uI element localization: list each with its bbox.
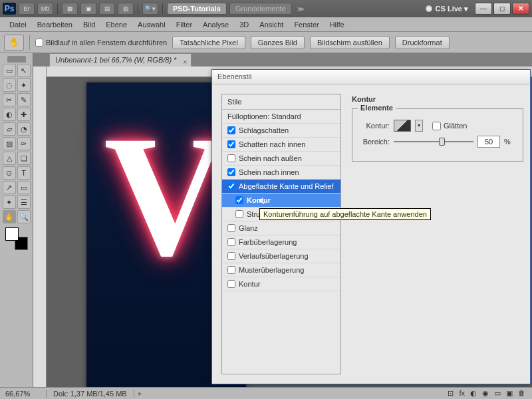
canvas-letter: V (104, 109, 229, 282)
tool-shape[interactable]: ▭ (17, 181, 31, 194)
tray-icon[interactable]: ◐ (470, 389, 477, 398)
menu-analyse[interactable]: Analyse (198, 19, 234, 31)
tool-wand[interactable]: ✦ (17, 78, 31, 92)
contour-picker[interactable] (394, 120, 411, 132)
contour-dropdown-icon[interactable]: ▾ (415, 120, 423, 132)
tray-icon[interactable]: 🗑 (518, 389, 525, 398)
cslive-label[interactable]: CS Live ▾ (436, 5, 468, 13)
tool-dodge[interactable]: ❏ (17, 152, 31, 165)
tool-eyedropper[interactable]: ✎ (17, 93, 31, 106)
fill-options-row[interactable]: Fülloptionen: Standard (222, 110, 340, 124)
tray-icon[interactable]: fx (459, 389, 465, 398)
document-size[interactable]: Dok: 1,37 MB/1,45 MB (47, 390, 134, 398)
cslive-icon[interactable] (425, 5, 433, 13)
style-inner-shadow[interactable]: Schatten nach innen (222, 138, 340, 152)
tool-move[interactable]: ↖ (17, 64, 31, 77)
style-stroke[interactable]: Kontur (222, 277, 340, 291)
menu-auswahl[interactable]: Auswahl (132, 19, 171, 31)
tool-stamp[interactable]: ▱ (3, 122, 16, 136)
tray-icon[interactable]: ▭ (494, 389, 501, 398)
menu-ebene[interactable]: Ebene (100, 19, 132, 31)
menu-fenster[interactable]: Fenster (289, 19, 324, 31)
document-tab[interactable]: Unbenannt-1 bei 66,7% (W, RGB/8) *× (49, 53, 192, 66)
menu-bild[interactable]: Bild (78, 19, 100, 31)
tool-type[interactable]: T (17, 166, 31, 180)
screen-mode-icon[interactable]: ▣ (80, 3, 96, 15)
scroll-all-windows-checkbox[interactable]: Bildlauf in allen Fenstern durchführen (35, 39, 167, 47)
styles-list: Stile Fülloptionen: Standard Schlagschat… (221, 94, 341, 374)
foreground-color-swatch[interactable] (5, 227, 19, 241)
contour-label: Kontur: (359, 122, 390, 130)
tool-pen[interactable]: ⊙ (3, 166, 16, 180)
bridge-button[interactable]: Br (19, 3, 35, 15)
style-contour[interactable]: Kontur ↖ Konturenführung auf abgeflachte… (222, 194, 340, 207)
color-swatches[interactable] (5, 227, 28, 250)
style-satin[interactable]: Glanz (222, 221, 340, 235)
tool-lasso[interactable]: ◌ (3, 78, 16, 92)
minibridge-button[interactable]: Mb (37, 3, 53, 15)
style-gradient-overlay[interactable]: Verlaufsüberlagerung (222, 249, 340, 263)
menu-ansicht[interactable]: Ansicht (254, 19, 289, 31)
tool-blur[interactable]: △ (3, 152, 16, 165)
tool-marquee[interactable]: ▭ (3, 64, 16, 77)
extras-icon[interactable]: ▤ (99, 3, 115, 15)
minimize-button[interactable]: — (475, 3, 492, 15)
percent-label: % (504, 138, 511, 146)
vertical-ruler (33, 66, 47, 387)
tool-3d2[interactable]: ☰ (17, 196, 31, 209)
style-outer-glow[interactable]: Schein nach außen (222, 152, 340, 166)
fill-screen-button[interactable]: Bildschirm ausfüllen (310, 36, 390, 49)
tools-panel: ▭ ↖ ◌ ✦ ✂ ✎ ◐ ✚ ▱ ◔ ▨ ✑ △ ❏ ⊙ T ↗ ▭ ✦ ☰ … (0, 53, 33, 387)
menu-datei[interactable]: Datei (4, 19, 32, 31)
tool-zoom[interactable]: 🔍 (17, 210, 31, 223)
guides-icon[interactable]: ▥ (118, 3, 134, 15)
tool-heal[interactable]: ◐ (3, 108, 16, 121)
tool-gradient[interactable]: ✑ (17, 137, 31, 150)
workspace-more-icon[interactable]: ≫ (295, 5, 307, 13)
print-size-button[interactable]: Druckformat (395, 36, 450, 49)
zoom-level[interactable]: 66,67% (0, 390, 47, 398)
style-pattern-overlay[interactable]: Musterüberlagerung (222, 263, 340, 277)
antialias-checkbox[interactable]: Glätten (432, 122, 467, 130)
range-slider[interactable] (394, 137, 473, 146)
workspace-tab-dim[interactable]: Grundelemente (229, 3, 292, 15)
style-color-overlay[interactable]: Farbüberlagerung (222, 235, 340, 249)
close-button[interactable]: ✕ (512, 3, 529, 15)
menu-bearbeiten[interactable]: Bearbeiten (32, 19, 78, 31)
tool-crop[interactable]: ✂ (3, 93, 16, 106)
maximize-button[interactable]: ◻ (493, 3, 511, 15)
fit-screen-button[interactable]: Ganzes Bild (251, 36, 305, 49)
range-label: Bereich: (359, 138, 390, 146)
menu-filter[interactable]: Filter (171, 19, 198, 31)
tray-icon[interactable]: ◉ (482, 389, 489, 398)
menu-hilfe[interactable]: Hilfe (325, 19, 350, 31)
arrange-icon[interactable]: ▦ (62, 3, 78, 15)
styles-header[interactable]: Stile (222, 94, 340, 110)
style-inner-glow[interactable]: Schein nach innen (222, 166, 340, 180)
range-input[interactable]: 50 (477, 136, 500, 148)
menu-3d[interactable]: 3D (234, 19, 254, 31)
dialog-title[interactable]: Ebenenstil (212, 70, 530, 84)
style-drop-shadow[interactable]: Schlagschatten (222, 124, 340, 138)
dialog-settings-panel: Kontur Elemente Kontur: ▾ Glätten Bereic… (345, 84, 530, 384)
zoom-dropdown[interactable]: 🔍▾ (142, 3, 158, 15)
elements-fieldset: Elemente Kontur: ▾ Glätten Bereich: 50 % (352, 108, 523, 162)
workspace-tab-active[interactable]: PSD-Tutorials (167, 3, 227, 15)
tool-hand[interactable]: ✋ (3, 210, 16, 223)
tool-eraser[interactable]: ▨ (3, 137, 16, 150)
tool-path[interactable]: ↗ (3, 181, 16, 194)
options-bar: ✋ Bildlauf in allen Fenstern durchführen… (0, 32, 532, 53)
tooltip: Konturenführung auf abgeflachte Kante an… (259, 208, 431, 220)
menu-bar: Datei Bearbeiten Bild Ebene Auswahl Filt… (0, 17, 532, 32)
status-arrow-icon[interactable]: ▸ (134, 389, 142, 398)
tray-icon[interactable]: ⊡ (448, 389, 454, 398)
fieldset-legend: Elemente (358, 104, 396, 112)
tray-icon[interactable]: ▣ (506, 389, 513, 398)
tool-history[interactable]: ◔ (17, 122, 31, 136)
tool-3d[interactable]: ✦ (3, 196, 16, 209)
hand-tool-icon[interactable]: ✋ (4, 35, 24, 51)
tool-brush[interactable]: ✚ (17, 108, 31, 121)
style-bevel-emboss[interactable]: Abgeflachte Kante und Relief (222, 180, 340, 194)
actual-pixels-button[interactable]: Tatsächliche Pixel (172, 36, 245, 49)
tools-collapse-tab[interactable] (7, 56, 26, 63)
